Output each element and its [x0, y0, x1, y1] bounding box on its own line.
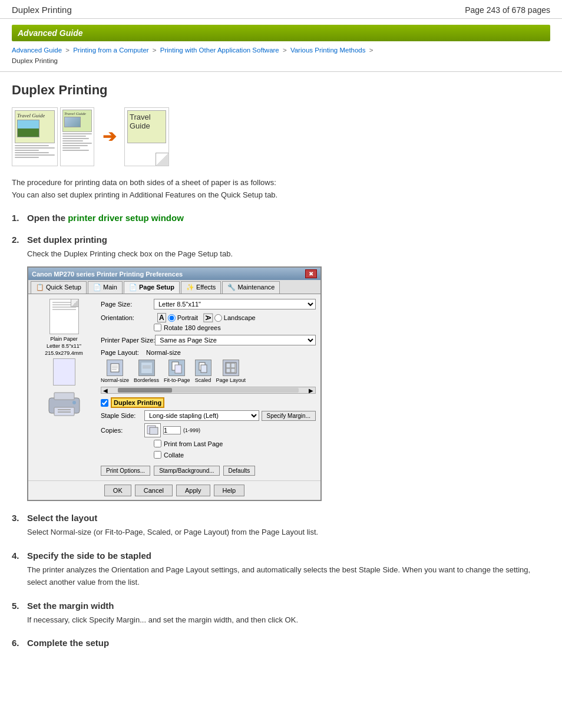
landscape-radio[interactable] — [214, 314, 222, 322]
step-6: 6. Complete the setup — [12, 638, 550, 648]
collate-row: Collate — [154, 451, 316, 459]
page-size-row: Page Size: Letter 8.5"x11" — [101, 299, 316, 309]
staple-side-select[interactable]: Long-side stapling (Left) — [144, 410, 259, 421]
copies-row: Copies: (1-999) — [101, 423, 316, 437]
dialog-body: Plain PaperLetter 8.5"x11" 215.9x279.4mm — [28, 294, 320, 480]
intro-line-1: The procedure for printing data on both … — [12, 177, 550, 189]
print-from-last-checkbox[interactable] — [154, 440, 161, 447]
orientation-label: Orientation: — [101, 314, 154, 321]
tab-quick-setup[interactable]: 📋 Quick Setup — [31, 281, 87, 294]
output-tree — [130, 130, 147, 141]
landscape-radio-label: A Landscape — [204, 313, 256, 322]
step-6-title: Complete the setup — [27, 638, 109, 648]
portrait-radio[interactable] — [168, 314, 176, 322]
svg-rect-16 — [201, 365, 207, 373]
page-lines-sm — [62, 133, 92, 151]
dialog-close-button[interactable]: ✖ — [305, 269, 317, 278]
layout-icon-borderless[interactable]: Borderless — [134, 360, 159, 383]
svg-rect-20 — [226, 368, 230, 373]
step-2-header: 2. Set duplex printing — [12, 235, 550, 245]
printer-paper-size-label: Printer Paper Size: — [101, 337, 155, 344]
step-1-header: 1. Open the printer driver setup window — [12, 213, 550, 223]
page-back: Travel Guide — [60, 107, 94, 166]
svg-rect-18 — [226, 363, 230, 368]
step-1-number: 1. — [12, 213, 22, 223]
step-4-header: 4. Specify the side to be stapled — [12, 551, 550, 561]
layout-pagelayout-label: Page Layout — [216, 377, 246, 383]
svg-rect-23 — [150, 427, 158, 434]
collate-checkbox[interactable] — [154, 451, 161, 459]
defaults-button[interactable]: Defaults — [223, 466, 256, 476]
photo-sm — [64, 117, 81, 127]
print-from-last-row: Print from Last Page — [154, 440, 316, 447]
printer-paper-size-select[interactable]: Same as Page Size — [155, 335, 316, 345]
tab-maintenance[interactable]: 🔧 Maintenance — [222, 281, 280, 294]
page-number: Page 243 of 678 pages — [465, 5, 550, 15]
rotate-180-checkbox[interactable] — [154, 324, 161, 331]
portrait-label: Portrait — [177, 314, 198, 321]
breadcrumb-current: Duplex Printing — [12, 57, 58, 64]
breadcrumb-link-3[interactable]: Printing with Other Application Software — [160, 47, 279, 54]
print-options-row: Print Options... Stamp/Background... Def… — [101, 466, 316, 476]
step-5-number: 5. — [12, 601, 22, 611]
step-1-title: Open the printer driver setup window — [27, 213, 184, 223]
duplex-printing-row: Duplex Printing — [101, 397, 316, 408]
stamp-background-button[interactable]: Stamp/Background... — [154, 466, 219, 476]
cancel-button[interactable]: Cancel — [135, 485, 173, 496]
output-cover: Travel Guide — [127, 110, 166, 143]
folded-corner — [156, 153, 168, 166]
print-options-button[interactable]: Print Options... — [101, 466, 150, 476]
layout-borderless-label: Borderless — [134, 377, 159, 383]
paper-preview-icon — [49, 299, 79, 334]
arrow-icon: ➔ — [103, 127, 116, 146]
layout-icon-scaled[interactable]: Scaled — [195, 360, 211, 383]
breadcrumb-link-4[interactable]: Various Printing Methods — [290, 47, 366, 54]
breadcrumb-link-1[interactable]: Advanced Guide — [12, 47, 62, 54]
step-4-title: Specify the side to be stapled — [27, 551, 151, 561]
tab-effects[interactable]: ✨ Effects — [181, 281, 221, 294]
scroll-left[interactable]: ◀ — [101, 387, 110, 394]
copies-input[interactable] — [163, 426, 181, 434]
landscape-label: Landscape — [224, 314, 256, 321]
page-title: Duplex Printing — [12, 83, 550, 98]
staple-side-row: Staple Side: Long-side stapling (Left) S… — [101, 410, 316, 421]
layout-icon-page-layout[interactable]: Page Layout — [216, 360, 246, 383]
page-header: Duplex Printing Page 243 of 678 pages — [0, 0, 562, 19]
output-page: Travel Guide — [124, 107, 169, 166]
apply-button[interactable]: Apply — [176, 485, 210, 496]
ok-button[interactable]: OK — [104, 485, 131, 496]
duplex-printing-checkbox[interactable] — [101, 399, 108, 407]
page-cover: Travel Guide — [15, 110, 55, 143]
duplex-printing-label: Duplex Printing — [111, 397, 164, 408]
tab-page-setup[interactable]: 📄 Page Setup — [124, 281, 180, 294]
scroll-right[interactable]: ▶ — [307, 387, 315, 394]
rotate-180-label: Rotate 180 degrees — [164, 324, 221, 331]
breadcrumb-link-2[interactable]: Printing from a Computer — [73, 47, 148, 54]
advanced-guide-banner: Advanced Guide — [12, 25, 550, 41]
scrollbar[interactable]: ◀ ▶ — [101, 387, 316, 394]
dialog-title-text: Canon MP270 series Printer Printing Pref… — [32, 271, 183, 278]
svg-point-5 — [72, 401, 76, 404]
page-size-label: Page Size: — [101, 301, 154, 308]
help-button[interactable]: Help — [214, 485, 245, 496]
specify-margin-button[interactable]: Specify Margin... — [262, 411, 316, 421]
tab-main[interactable]: 📄 Main — [88, 281, 123, 294]
svg-rect-1 — [54, 393, 74, 400]
page-cover-sm: Travel Guide — [62, 110, 92, 132]
dialog-right-panel: Page Size: Letter 8.5"x11" Orientation: … — [101, 299, 316, 476]
step-6-number: 6. — [12, 638, 22, 648]
page-size-select[interactable]: Letter 8.5"x11" — [154, 299, 316, 309]
layout-icon-normal[interactable]: Normal-size — [101, 360, 129, 383]
step-4: 4. Specify the side to be stapled The pr… — [12, 551, 550, 589]
page-lines — [15, 145, 55, 159]
svg-rect-3 — [58, 409, 71, 410]
svg-rect-19 — [231, 363, 235, 368]
step-5-header: 5. Set the margin width — [12, 601, 550, 611]
step-3-number: 3. — [12, 513, 22, 523]
copies-icon — [144, 423, 161, 437]
copies-range: (1-999) — [183, 427, 200, 433]
layout-icon-fit-to-page[interactable]: Fit-to-Page — [164, 360, 190, 383]
printer-driver-link[interactable]: printer driver setup window — [68, 213, 184, 223]
landscape-letter-icon: A — [203, 314, 213, 322]
step-6-header: 6. Complete the setup — [12, 638, 550, 648]
